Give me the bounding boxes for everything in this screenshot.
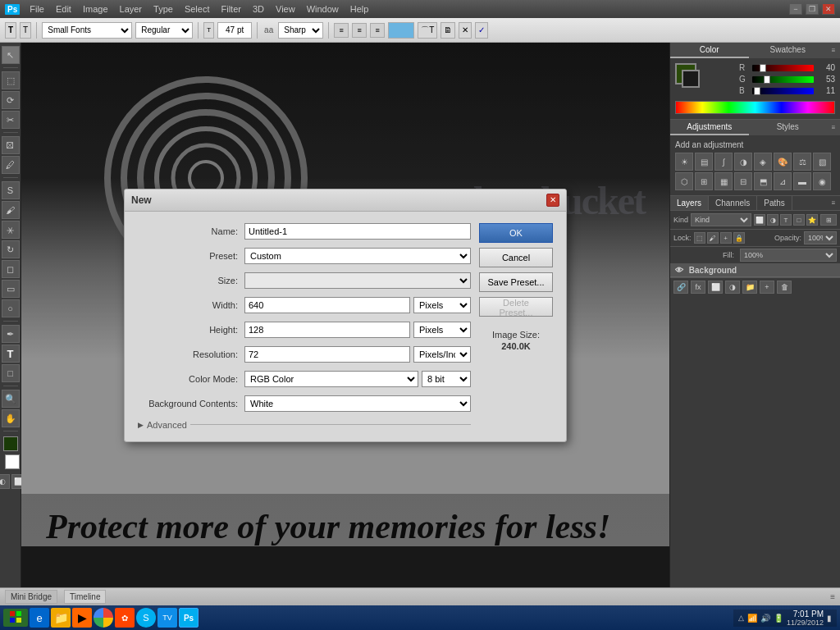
quick-mask-btn[interactable]: ◐ (0, 474, 10, 489)
lock-image-icon[interactable]: 🖌 (707, 232, 719, 244)
save-preset-button[interactable]: Save Preset... (479, 272, 553, 292)
move-tool[interactable]: ↖ (2, 46, 20, 64)
invert-icon[interactable]: ⊟ (734, 172, 752, 190)
mini-bridge-tab[interactable]: Mini Bridge (5, 590, 57, 604)
brightness-contrast-icon[interactable]: ☀ (675, 153, 693, 171)
color-balance-icon[interactable]: ⚖ (793, 153, 811, 171)
crop-tool[interactable]: ⛝ (2, 136, 20, 154)
dialog-close-button[interactable]: ✕ (546, 194, 559, 207)
eraser-tool[interactable]: ◻ (2, 260, 20, 278)
layer-kind-select[interactable]: Kind (691, 213, 751, 226)
zoom-tool[interactable]: 🔍 (2, 390, 20, 408)
curves-icon[interactable]: ∫ (714, 153, 733, 171)
hand-tool[interactable]: ✋ (2, 409, 20, 427)
history-brush-tool[interactable]: ↻ (2, 240, 20, 258)
menu-view[interactable]: View (271, 3, 300, 15)
menu-layer[interactable]: Layer (115, 3, 148, 15)
pen-tool[interactable]: ✒ (2, 325, 20, 343)
timeline-tab[interactable]: Timeline (64, 590, 106, 604)
gradient-tool[interactable]: ▭ (2, 280, 20, 298)
gradient-map-icon[interactable]: ▬ (793, 172, 811, 190)
link-layers-button[interactable]: 🔗 (673, 281, 688, 294)
menu-3d[interactable]: 3D (248, 3, 269, 15)
height-input[interactable] (244, 322, 410, 338)
menu-window[interactable]: Window (302, 3, 344, 15)
threshold-icon[interactable]: ⊿ (774, 172, 792, 190)
resolution-input[interactable] (244, 346, 410, 363)
add-adjustment-button[interactable]: ◑ (725, 281, 740, 294)
show-desktop-icon[interactable]: ▮ (827, 614, 832, 623)
taskbar-skype-icon[interactable]: S (136, 608, 156, 628)
selective-color-icon[interactable]: ◉ (813, 172, 831, 190)
blue-slider-track[interactable] (752, 88, 814, 94)
posterize-icon[interactable]: ⬒ (754, 172, 772, 190)
font-family-select[interactable]: Small Fonts (42, 22, 132, 39)
healing-tool[interactable]: S (2, 181, 20, 199)
background-layer-row[interactable]: 👁 Background (670, 264, 840, 277)
text-tool-icon[interactable]: T (5, 22, 16, 39)
tab-channels[interactable]: Channels (709, 196, 757, 210)
green-slider-thumb[interactable] (764, 75, 770, 84)
vibrance-icon[interactable]: ◈ (754, 153, 772, 171)
taskbar-teamviewer-icon[interactable]: TV (158, 608, 177, 628)
opacity-select[interactable]: 100% (804, 231, 837, 244)
advanced-label[interactable]: Advanced (147, 420, 187, 430)
character-panel-button[interactable]: 🗎 (441, 22, 455, 39)
tab-adjustments[interactable]: Adjustments (670, 120, 749, 135)
menu-type[interactable]: Type (148, 3, 178, 15)
add-style-button[interactable]: fx (691, 281, 705, 294)
taskbar-folder-icon[interactable]: 📁 (51, 608, 71, 628)
clone-tool[interactable]: ⚹ (2, 221, 20, 239)
color-mode-select[interactable]: RGB Color (244, 371, 418, 387)
cancel-text-button[interactable]: ✕ (459, 22, 472, 39)
antialiasing-select[interactable]: Sharp (278, 22, 323, 39)
foreground-color[interactable] (3, 436, 18, 451)
filter-type-icon[interactable]: T (780, 214, 792, 226)
minimize-button[interactable]: − (789, 3, 802, 15)
hue-saturation-icon[interactable]: 🎨 (774, 153, 792, 171)
red-slider-thumb[interactable] (760, 64, 766, 72)
width-unit-select[interactable]: Pixels (413, 297, 471, 313)
commit-text-button[interactable]: ✓ (475, 22, 488, 39)
layers-panel-menu-icon[interactable]: ≡ (827, 196, 840, 210)
lock-transparent-icon[interactable]: ⬚ (694, 232, 705, 244)
menu-help[interactable]: Help (345, 3, 374, 15)
marquee-tool[interactable]: ⬚ (2, 71, 20, 89)
menu-edit[interactable]: Edit (51, 3, 76, 15)
filter-smart-icon[interactable]: ⭐ (806, 214, 818, 226)
height-unit-select[interactable]: Pixels (413, 322, 471, 338)
tab-styles[interactable]: Styles (749, 120, 828, 135)
menu-file[interactable]: File (25, 3, 49, 15)
close-button[interactable]: ✕ (822, 3, 835, 15)
restore-button[interactable]: ❐ (806, 3, 819, 15)
delete-preset-button[interactable]: Delete Preset... (479, 297, 553, 317)
bw-icon[interactable]: ▧ (813, 153, 831, 171)
color-lookup-icon[interactable]: ▦ (714, 172, 733, 190)
shape-tool[interactable]: □ (2, 364, 20, 382)
taskbar-app1-icon[interactable]: ✿ (115, 608, 135, 628)
cancel-button[interactable]: Cancel (479, 248, 553, 267)
tab-paths[interactable]: Paths (757, 196, 792, 210)
align-left-button[interactable]: ≡ (334, 23, 349, 38)
taskbar-ie-icon[interactable]: e (30, 608, 49, 628)
delete-layer-button[interactable]: 🗑 (777, 281, 792, 294)
new-layer-button[interactable]: + (760, 281, 774, 294)
ok-button[interactable]: OK (479, 223, 553, 243)
start-button[interactable] (3, 609, 28, 627)
font-style-select[interactable]: Regular (135, 22, 193, 39)
levels-icon[interactable]: ▤ (695, 153, 713, 171)
background-color[interactable] (5, 454, 20, 469)
text-color-swatch[interactable] (388, 22, 414, 39)
lasso-tool[interactable]: ⟳ (2, 91, 20, 109)
quick-select-tool[interactable]: ✂ (2, 111, 20, 129)
blue-slider-thumb[interactable] (754, 87, 760, 95)
menu-image[interactable]: Image (78, 3, 113, 15)
filter-shape-icon[interactable]: □ (793, 214, 805, 226)
taskbar-chrome-icon[interactable] (94, 608, 113, 628)
adj-panel-menu-icon[interactable]: ≡ (827, 120, 840, 135)
photo-filter-icon[interactable]: ⬡ (675, 172, 693, 190)
layer-filter-toggle[interactable]: ⊞ (820, 214, 837, 226)
color-panel-menu-icon[interactable]: ≡ (827, 43, 840, 58)
resolution-unit-select[interactable]: Pixels/Inch (413, 346, 471, 363)
fill-select[interactable]: 100% (740, 249, 837, 262)
